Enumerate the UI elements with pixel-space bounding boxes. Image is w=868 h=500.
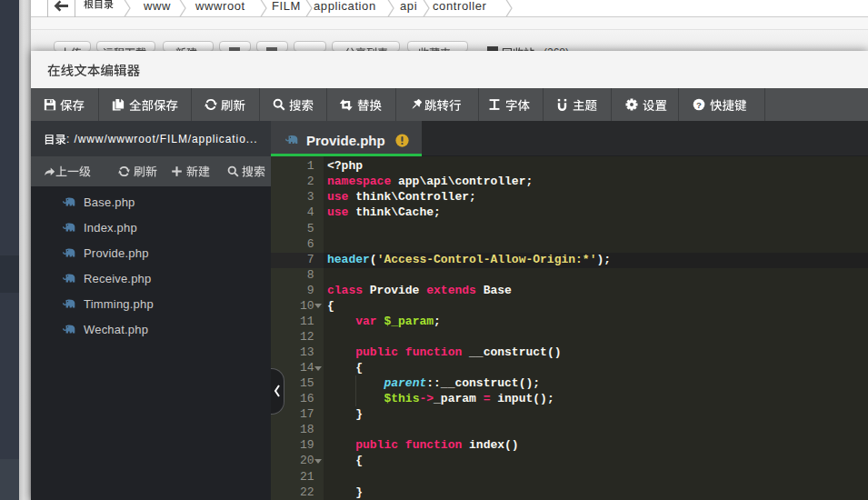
svg-text:?: ? xyxy=(696,100,702,110)
